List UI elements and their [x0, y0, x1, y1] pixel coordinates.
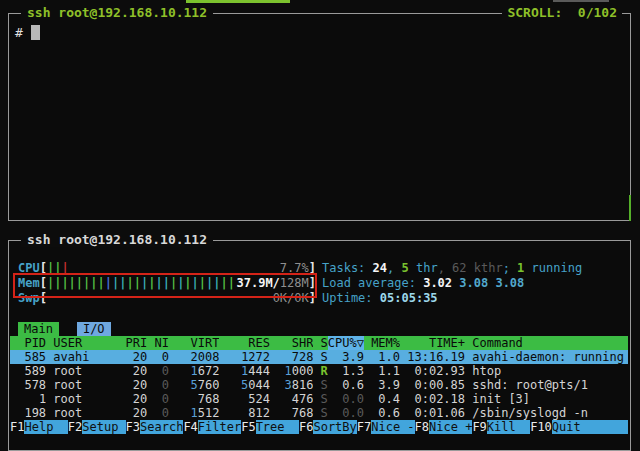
- mem-meter: Mem[||||||||||||||||||||||||||37.9M/128M…: [10, 276, 316, 291]
- process-table: 585avahi20020081272728S3.91.013:16.19ava…: [10, 350, 628, 420]
- fkey-sortby[interactable]: F6SortBy: [299, 420, 357, 434]
- column-header-res[interactable]: RES: [219, 336, 270, 350]
- process-row-pid-578[interactable]: 578root200576050443816S0.63.90:00.85sshd…: [10, 378, 628, 392]
- shell-prompt-line[interactable]: #: [15, 25, 630, 40]
- pane-title: ssh root@192.168.10.112: [21, 5, 213, 20]
- column-header-time[interactable]: TIME+: [400, 336, 465, 350]
- process-row-pid-1[interactable]: 1root200768524476S0.00.40:02.18init [3]: [10, 392, 628, 406]
- column-header-virt[interactable]: VIRT: [169, 336, 220, 350]
- recording-progress-artifact-dim: [553, 0, 609, 2]
- prompt-symbol: #: [15, 25, 23, 40]
- fkey-tree[interactable]: F5Tree: [241, 420, 299, 434]
- fkey-help[interactable]: F1Help: [10, 420, 68, 434]
- fkey-nice[interactable]: F7Nice -: [357, 420, 415, 434]
- terminal-cursor: [31, 25, 40, 40]
- column-header-cpu[interactable]: CPU%▽: [328, 336, 364, 350]
- active-pane-edge-accent: [629, 195, 631, 221]
- terminal-pane-top[interactable]: ssh root@192.168.10.112 SCROLL: 0/102 #: [8, 13, 631, 221]
- function-key-bar: F1HelpF2SetupF3SearchF4FilterF5TreeF6Sor…: [10, 420, 628, 434]
- column-header-user[interactable]: USER: [46, 336, 118, 350]
- fkey-nice[interactable]: F8Nice +: [415, 420, 473, 434]
- column-header-pri[interactable]: PRI: [118, 336, 147, 350]
- process-row-pid-589[interactable]: 589root200167214441000R1.31.10:02.93htop: [10, 364, 628, 378]
- tab-i-o[interactable]: I/O: [77, 322, 111, 336]
- column-header-s[interactable]: S: [313, 336, 327, 350]
- column-header-shr[interactable]: SHR: [270, 336, 313, 350]
- tab-main[interactable]: Main: [18, 322, 59, 336]
- column-header-ni[interactable]: NI: [147, 336, 169, 350]
- load-average-text: Load average: 3.02 3.08 3.08: [322, 276, 582, 291]
- htop-tabs: MainI/O: [10, 322, 628, 336]
- terminal-pane-bottom[interactable]: ssh root@192.168.10.112 CPU[|||7.7%]Mem[…: [8, 240, 631, 451]
- htop-summary: Tasks: 24, 5 thr, 62 kthr; 1 runningLoad…: [322, 261, 582, 306]
- fkey-search[interactable]: F3Search: [126, 420, 184, 434]
- process-table-header: PIDUSERPRINIVIRTRESSHRSCPU%▽MEM%TIME+Com…: [10, 336, 628, 350]
- recording-progress-artifact: [186, 0, 290, 3]
- tasks-text: Tasks: 24, 5 thr, 62 kthr; 1 running: [322, 261, 582, 276]
- fkey-filter[interactable]: F4Filter: [183, 420, 241, 434]
- cpu-meter: CPU[|||7.7%]: [10, 261, 316, 276]
- process-row-pid-585[interactable]: 585avahi20020081272728S3.91.013:16.19ava…: [10, 350, 628, 364]
- fkey-quit[interactable]: F10Quit: [530, 420, 628, 434]
- htop-meters: CPU[|||7.7%]Mem[||||||||||||||||||||||||…: [10, 261, 316, 306]
- column-header-cmd[interactable]: Command: [465, 336, 628, 350]
- uptime-text: Uptime: 05:05:35: [322, 291, 582, 306]
- htop-app: CPU[|||7.7%]Mem[||||||||||||||||||||||||…: [9, 241, 630, 450]
- scroll-position-indicator: SCROLL: 0/102: [502, 5, 622, 20]
- swp-meter: Swp[0K/0K]: [10, 291, 316, 306]
- column-header-mem[interactable]: MEM%: [364, 336, 400, 350]
- fkey-setup[interactable]: F2Setup: [68, 420, 126, 434]
- fkey-kill[interactable]: F9Kill: [472, 420, 530, 434]
- column-header-pid[interactable]: PID: [10, 336, 46, 350]
- process-row-pid-198[interactable]: 198root2001512812768S0.00.60:01.06/sbin/…: [10, 406, 628, 420]
